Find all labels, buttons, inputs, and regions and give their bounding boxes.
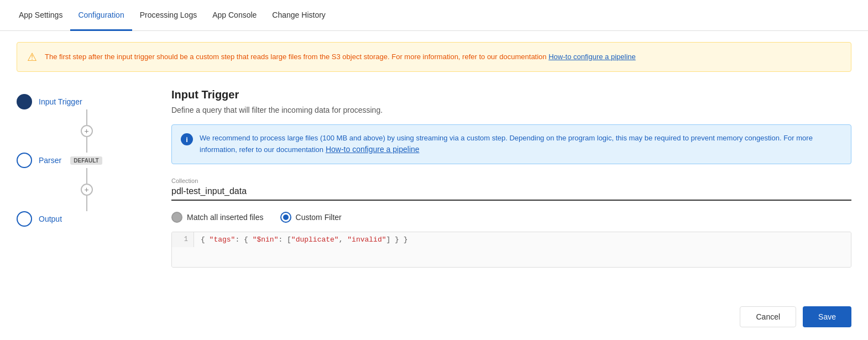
- pipeline-node-output[interactable]: Output: [17, 211, 149, 227]
- pipeline-sidebar: Input Trigger + Parser DEFAULT +: [17, 88, 149, 268]
- info-link[interactable]: How-to configure a pipeline: [326, 145, 420, 154]
- radio-circle-custom-filter: [280, 212, 291, 223]
- cancel-button[interactable]: Cancel: [740, 306, 796, 327]
- tab-app-settings[interactable]: App Settings: [11, 1, 70, 31]
- pipeline-node-input-trigger[interactable]: Input Trigger: [17, 94, 149, 109]
- nav-tabs: App Settings Configuration Processing Lo…: [0, 0, 868, 31]
- pipeline-node-parser[interactable]: Parser DEFAULT: [17, 153, 149, 168]
- info-box-content: We recommend to process large files (100…: [200, 133, 842, 156]
- pipeline-connector-2: +: [24, 168, 149, 211]
- pipeline-badge-parser: DEFAULT: [70, 156, 102, 165]
- tab-configuration[interactable]: Configuration: [70, 1, 132, 31]
- collection-label: Collection: [171, 177, 851, 184]
- radio-custom-filter[interactable]: Custom Filter: [280, 212, 342, 223]
- tab-processing-logs[interactable]: Processing Logs: [132, 1, 205, 31]
- pipeline-circle-input-trigger: [17, 94, 32, 109]
- pipeline-circle-parser: [17, 153, 32, 168]
- warning-link[interactable]: How-to configure a pipeline: [548, 53, 636, 61]
- radio-match-all[interactable]: Match all inserted files: [171, 212, 264, 223]
- pipeline-label-parser: Parser: [39, 156, 61, 165]
- code-editor[interactable]: 1 { "tags": { "$nin": ["duplicate", "inv…: [171, 232, 851, 268]
- pipeline-line-2b: [86, 196, 87, 211]
- pipeline-add-button-1[interactable]: +: [81, 125, 93, 137]
- code-line-number: 1: [172, 232, 194, 247]
- save-button[interactable]: Save: [803, 306, 851, 327]
- pipeline-line-1b: [86, 137, 87, 153]
- right-content: Input Trigger Define a query that will f…: [171, 88, 851, 268]
- tab-change-history[interactable]: Change History: [264, 1, 333, 31]
- pipeline-label-input-trigger: Input Trigger: [39, 97, 82, 106]
- info-text: We recommend to process large files (100…: [200, 134, 813, 154]
- radio-circle-match-all: [171, 212, 182, 223]
- pipeline-label-output: Output: [39, 215, 62, 223]
- pipeline-line-1: [86, 109, 87, 125]
- section-title: Input Trigger: [171, 88, 851, 101]
- pipeline-line-2: [86, 168, 87, 184]
- tab-app-console[interactable]: App Console: [205, 1, 264, 31]
- radio-inner-custom-filter: [283, 215, 289, 220]
- pipeline-circle-output: [17, 211, 32, 227]
- filter-radio-group: Match all inserted files Custom Filter: [171, 212, 851, 223]
- warning-banner: ⚠ The first step after the input trigger…: [17, 42, 851, 72]
- radio-label-match-all: Match all inserted files: [187, 213, 264, 222]
- radio-label-custom-filter: Custom Filter: [296, 213, 342, 222]
- code-line-1: 1 { "tags": { "$nin": ["duplicate", "inv…: [172, 232, 851, 247]
- pipeline-connector-1: +: [24, 109, 149, 153]
- pipeline-add-button-2[interactable]: +: [81, 184, 93, 196]
- collection-field: Collection pdl-test_input_data: [171, 177, 851, 201]
- warning-text: The first step after the input trigger s…: [45, 53, 547, 61]
- warning-icon: ⚠: [27, 50, 37, 64]
- section-description: Define a query that will filter the inco…: [171, 106, 851, 114]
- info-box: i We recommend to process large files (1…: [171, 124, 851, 164]
- collection-value[interactable]: pdl-test_input_data: [171, 186, 851, 201]
- code-editor-empty-area: [172, 247, 851, 267]
- code-line-content: { "tags": { "$nin": ["duplicate", "inval…: [194, 232, 851, 247]
- footer-buttons: Cancel Save: [0, 295, 868, 338]
- info-icon: i: [181, 133, 193, 145]
